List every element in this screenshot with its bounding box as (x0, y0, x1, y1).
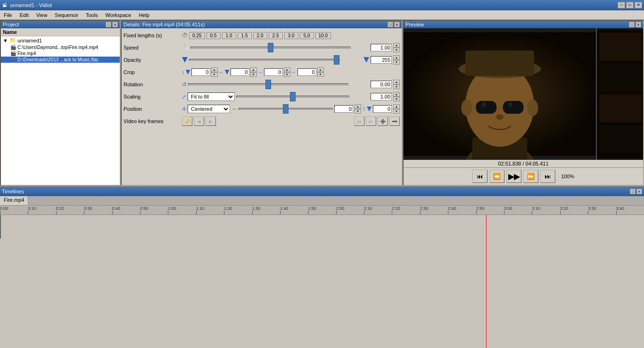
scaling-down-button[interactable]: ▼ (393, 97, 400, 101)
position-y-up[interactable]: ▲ (393, 104, 400, 109)
menu-file[interactable]: File (0, 11, 16, 19)
fixed-len-2.5[interactable]: 2.5 (269, 32, 283, 39)
crop-left-up[interactable]: ▲ (317, 67, 324, 72)
preview-step-back[interactable]: ⏪ (489, 170, 504, 183)
scaling-value[interactable] (371, 93, 392, 100)
close-button[interactable]: ✕ (635, 2, 642, 8)
fixed-len-1.0[interactable]: 1.0 (222, 32, 236, 39)
fixed-len-0.5[interactable]: 0.5 (206, 32, 221, 39)
ruler-tick-13 (364, 211, 364, 215)
ruler-label-11: 1:50 (308, 206, 316, 211)
preview-fast-forward-end[interactable]: ⏭ (540, 170, 555, 183)
keyframe-btn-first[interactable]: ⏮ (354, 116, 364, 126)
crop-bottom-up[interactable]: ▲ (284, 67, 290, 72)
timelines-close[interactable]: ✕ (636, 189, 642, 194)
video-file-icon-0: 🎬 (10, 45, 16, 50)
crop-marker-1 (186, 70, 190, 75)
crop-link-icon: ↔ (219, 69, 224, 75)
crop-bottom-down[interactable]: ▼ (284, 72, 290, 77)
fixed-len-0.25[interactable]: 0.25 (189, 32, 205, 39)
project-panel-float[interactable]: □ (106, 22, 111, 27)
position-y-value[interactable] (373, 105, 392, 113)
minimize-button[interactable]: ─ (618, 2, 625, 8)
video-clip[interactable]: Fire.mp4.mp4 (0, 215, 1, 239)
crop-icon: ↕ (182, 69, 185, 75)
keyframe-btn-key[interactable]: 🔑 (182, 116, 192, 126)
menu-sequence[interactable]: Sequence (51, 11, 82, 19)
details-panel-header: Details: Fire.mp4.mp4 (04:05.411s) □ ✕ (122, 21, 402, 28)
rotation-slider[interactable] (188, 83, 348, 85)
rotation-value[interactable] (371, 81, 392, 88)
ruler-tick-12 (336, 211, 337, 215)
fixed-len-1.5[interactable]: 1.5 (238, 32, 252, 39)
menu-tools[interactable]: Tools (82, 11, 102, 19)
preview-play-pause[interactable]: ▶▶ (506, 170, 521, 183)
keyframe-btn-last[interactable]: ⏭ (366, 116, 376, 126)
opacity-value[interactable] (371, 56, 392, 64)
preview-rewind-start[interactable]: ⏮ (472, 170, 487, 183)
rotation-down-button[interactable]: ▼ (393, 84, 400, 89)
details-panel-float[interactable]: □ (388, 22, 393, 27)
menu-view[interactable]: View (33, 11, 51, 19)
fixed-len-2.0[interactable]: 2.0 (253, 32, 267, 39)
crop-right-down[interactable]: ▼ (250, 72, 257, 77)
ruler-label-16: 2:40 (448, 206, 456, 211)
opacity-slider[interactable] (189, 59, 340, 61)
speed-up-button[interactable]: ▲ (393, 43, 400, 48)
thumb-strip-svg (597, 28, 643, 160)
fixed-len-5.0[interactable]: 5.0 (300, 32, 314, 39)
crop-top-down[interactable]: ▼ (211, 72, 218, 77)
project-panel-close[interactable]: ✕ (112, 22, 118, 27)
crop-top-up[interactable]: ▲ (211, 67, 218, 72)
crop-left-down[interactable]: ▼ (317, 72, 324, 77)
menu-edit[interactable]: Edit (16, 11, 33, 19)
menubar: File Edit View Sequence Tools Workspace … (0, 10, 644, 20)
crop-right-up[interactable]: ▲ (250, 67, 257, 72)
crop-top[interactable] (191, 68, 210, 76)
fixed-len-10.0[interactable]: 10.0 (315, 32, 331, 39)
crop-left[interactable] (297, 68, 316, 76)
position-x-value[interactable] (334, 105, 353, 113)
rotation-up-button[interactable]: ▲ (393, 80, 400, 84)
timelines-float[interactable]: □ (630, 189, 636, 194)
project-folder-item[interactable]: ▼ 📁 unnamed1 (1, 36, 120, 44)
preview-panel-close[interactable]: ✕ (636, 22, 641, 27)
speed-value[interactable] (371, 44, 392, 51)
opacity-down-button[interactable]: ▼ (393, 60, 400, 65)
position-x-up[interactable]: ▲ (355, 104, 361, 109)
scaling-dropdown[interactable]: Fit to fill Fit to width Fit to height S… (188, 92, 235, 101)
preview-panel-header: Preview □ ✕ (404, 21, 643, 28)
scaling-slider[interactable] (236, 96, 349, 98)
menu-help[interactable]: Help (135, 11, 153, 19)
position-slider[interactable] (239, 108, 333, 110)
position-x-down[interactable]: ▼ (355, 109, 361, 114)
fixed-len-3.0[interactable]: 3.0 (284, 32, 298, 39)
project-file-item-0[interactable]: 🎬 C:\Users\Daymond...top\Fire.mp4.mp4 (1, 44, 120, 50)
opacity-up-button[interactable]: ▲ (393, 55, 400, 60)
crop-right[interactable] (231, 68, 249, 76)
speed-slider[interactable] (190, 47, 351, 49)
keyframe-btn-next[interactable]: ▶ (206, 116, 216, 126)
scaling-row: Scaling ⤢ Fit to fill Fit to width Fit t… (124, 91, 400, 102)
main-area: Project □ ✕ Name ▼ 📁 unnamed1 🎬 C:\Users… (0, 20, 644, 186)
speed-down-button[interactable]: ▼ (393, 48, 400, 52)
ruler-label-1: 0:10 (28, 206, 36, 211)
keyframe-btn-prev[interactable]: ◀ (194, 116, 204, 126)
details-panel-close[interactable]: ✕ (394, 22, 400, 27)
menu-workspace[interactable]: Workspace (102, 11, 135, 19)
project-file-item-1[interactable]: 🎬 Fire.mp4 (1, 50, 120, 57)
preview-panel-float[interactable]: □ (629, 22, 635, 27)
timeline-ruler: 0:000:100:200:300:400:501:001:101:201:30… (0, 206, 644, 215)
keyframe-btn-remove[interactable]: ➖ (389, 116, 400, 126)
keyframe-btn-add[interactable]: ➕ (378, 116, 388, 126)
position-y-down[interactable]: ▼ (393, 109, 400, 114)
position-dropdown[interactable]: Centered Top Left Top Right Bottom Left … (188, 105, 230, 113)
scaling-controls: ⤢ Fit to fill Fit to width Fit to height… (182, 92, 400, 101)
project-file-item-2[interactable]: 🎵 D:\Downloads\2013 ...ack to Music.flac (1, 57, 120, 63)
restore-button[interactable]: ▭ (626, 2, 634, 8)
scaling-up-button[interactable]: ▲ (393, 92, 400, 97)
crop-bottom[interactable] (264, 68, 283, 76)
timeline-tab-fire[interactable]: Fire.mp4 (0, 196, 28, 205)
speed-spinner: ▲ ▼ (393, 43, 400, 52)
preview-step-forward[interactable]: ⏩ (523, 170, 538, 183)
